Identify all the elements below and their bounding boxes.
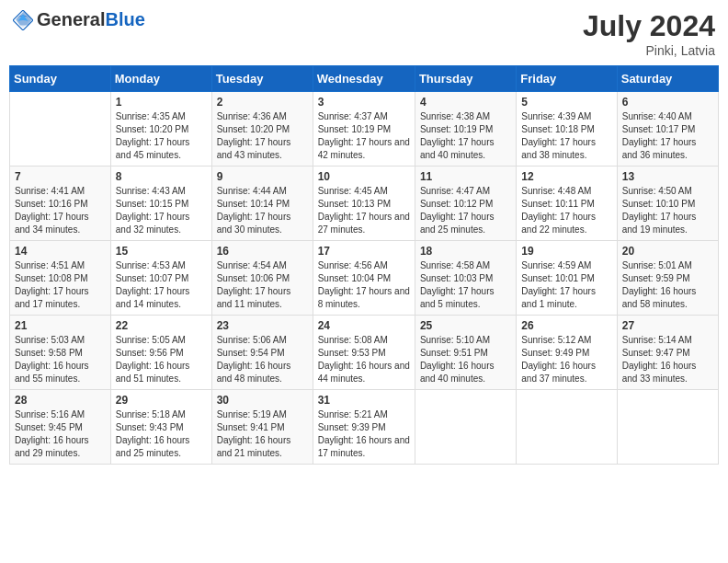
calendar-cell: [415, 390, 516, 465]
calendar-table: Sunday Monday Tuesday Wednesday Thursday…: [9, 65, 719, 465]
calendar-cell: 17Sunrise: 4:56 AMSunset: 10:04 PMDaylig…: [313, 241, 415, 316]
day-info: Sunrise: 4:47 AMSunset: 10:12 PMDaylight…: [420, 185, 511, 236]
calendar-cell: 26Sunrise: 5:12 AMSunset: 9:49 PMDayligh…: [517, 316, 617, 390]
day-info: Sunrise: 5:01 AMSunset: 9:59 PMDaylight:…: [622, 259, 713, 311]
calendar-cell: 13Sunrise: 4:50 AMSunset: 10:10 PMDaylig…: [617, 167, 718, 241]
day-info: Sunrise: 4:58 AMSunset: 10:03 PMDaylight…: [420, 259, 511, 311]
calendar-week-row: 21Sunrise: 5:03 AMSunset: 9:58 PMDayligh…: [10, 316, 719, 390]
day-info: Sunrise: 5:08 AMSunset: 9:53 PMDaylight:…: [318, 334, 410, 385]
day-info: Sunrise: 4:56 AMSunset: 10:04 PMDaylight…: [318, 259, 410, 311]
day-info: Sunrise: 5:10 AMSunset: 9:51 PMDaylight:…: [420, 334, 511, 385]
header-friday: Friday: [517, 66, 617, 92]
calendar-cell: 23Sunrise: 5:06 AMSunset: 9:54 PMDayligh…: [211, 316, 313, 390]
day-number: 2: [217, 96, 308, 109]
day-number: 22: [116, 319, 207, 332]
header-thursday: Thursday: [415, 66, 516, 92]
title-block: July 2024 Pinki, Latvia: [583, 9, 715, 58]
day-number: 17: [318, 245, 410, 258]
calendar-cell: 21Sunrise: 5:03 AMSunset: 9:58 PMDayligh…: [10, 316, 111, 390]
calendar-cell: 15Sunrise: 4:53 AMSunset: 10:07 PMDaylig…: [110, 241, 211, 316]
calendar-cell: 27Sunrise: 5:14 AMSunset: 9:47 PMDayligh…: [617, 316, 718, 390]
day-info: Sunrise: 4:39 AMSunset: 10:18 PMDaylight…: [521, 110, 611, 162]
calendar-cell: 28Sunrise: 5:16 AMSunset: 9:45 PMDayligh…: [10, 390, 111, 465]
calendar-cell: 11Sunrise: 4:47 AMSunset: 10:12 PMDaylig…: [415, 167, 516, 241]
day-number: 3: [318, 96, 410, 109]
month-year: July 2024: [583, 9, 715, 43]
day-info: Sunrise: 4:59 AMSunset: 10:01 PMDaylight…: [521, 259, 611, 311]
header-sunday: Sunday: [10, 66, 111, 92]
calendar-cell: 18Sunrise: 4:58 AMSunset: 10:03 PMDaylig…: [415, 241, 516, 316]
day-number: 28: [15, 394, 106, 407]
day-number: 1: [116, 96, 207, 109]
day-number: 31: [318, 394, 410, 407]
day-number: 15: [116, 245, 207, 258]
day-info: Sunrise: 4:40 AMSunset: 10:17 PMDaylight…: [622, 110, 713, 162]
weekday-header-row: Sunday Monday Tuesday Wednesday Thursday…: [10, 66, 719, 92]
location: Pinki, Latvia: [583, 43, 715, 58]
header-monday: Monday: [110, 66, 211, 92]
calendar-cell: 8Sunrise: 4:43 AMSunset: 10:15 PMDayligh…: [110, 167, 211, 241]
calendar-cell: 22Sunrise: 5:05 AMSunset: 9:56 PMDayligh…: [110, 316, 211, 390]
day-number: 7: [15, 170, 106, 183]
calendar-cell: 2Sunrise: 4:36 AMSunset: 10:20 PMDayligh…: [211, 92, 313, 167]
day-info: Sunrise: 4:37 AMSunset: 10:19 PMDaylight…: [318, 110, 410, 162]
day-number: 18: [420, 245, 511, 258]
day-number: 13: [622, 170, 713, 183]
calendar-week-row: 7Sunrise: 4:41 AMSunset: 10:16 PMDayligh…: [10, 167, 719, 241]
calendar-cell: 16Sunrise: 4:54 AMSunset: 10:06 PMDaylig…: [211, 241, 313, 316]
day-info: Sunrise: 5:18 AMSunset: 9:43 PMDaylight:…: [116, 408, 207, 460]
calendar-cell: 30Sunrise: 5:19 AMSunset: 9:41 PMDayligh…: [211, 390, 313, 465]
logo-general: General: [37, 9, 105, 29]
calendar-cell: 29Sunrise: 5:18 AMSunset: 9:43 PMDayligh…: [110, 390, 211, 465]
day-info: Sunrise: 4:50 AMSunset: 10:10 PMDaylight…: [622, 185, 713, 236]
calendar-cell: 20Sunrise: 5:01 AMSunset: 9:59 PMDayligh…: [617, 241, 718, 316]
day-number: 14: [15, 245, 106, 258]
calendar-cell: [617, 390, 718, 465]
day-number: 10: [318, 170, 410, 183]
day-info: Sunrise: 5:06 AMSunset: 9:54 PMDaylight:…: [217, 334, 308, 385]
day-number: 23: [217, 319, 308, 332]
day-number: 8: [116, 170, 207, 183]
day-number: 21: [15, 319, 106, 332]
logo-icon: [13, 10, 33, 30]
calendar-cell: 6Sunrise: 4:40 AMSunset: 10:17 PMDayligh…: [617, 92, 718, 167]
day-number: 19: [521, 245, 611, 258]
header-tuesday: Tuesday: [211, 66, 313, 92]
day-info: Sunrise: 4:35 AMSunset: 10:20 PMDaylight…: [116, 110, 207, 162]
day-info: Sunrise: 4:48 AMSunset: 10:11 PMDaylight…: [521, 185, 611, 236]
calendar-cell: 24Sunrise: 5:08 AMSunset: 9:53 PMDayligh…: [313, 316, 415, 390]
calendar-cell: 9Sunrise: 4:44 AMSunset: 10:14 PMDayligh…: [211, 167, 313, 241]
calendar-cell: 14Sunrise: 4:51 AMSunset: 10:08 PMDaylig…: [10, 241, 111, 316]
day-number: 5: [521, 96, 611, 109]
day-number: 16: [217, 245, 308, 258]
day-info: Sunrise: 4:43 AMSunset: 10:15 PMDaylight…: [116, 185, 207, 236]
day-number: 11: [420, 170, 511, 183]
calendar-week-row: 1Sunrise: 4:35 AMSunset: 10:20 PMDayligh…: [10, 92, 719, 167]
day-number: 20: [622, 245, 713, 258]
calendar-cell: 25Sunrise: 5:10 AMSunset: 9:51 PMDayligh…: [415, 316, 516, 390]
calendar-week-row: 28Sunrise: 5:16 AMSunset: 9:45 PMDayligh…: [10, 390, 719, 465]
calendar-cell: [517, 390, 617, 465]
calendar-cell: 7Sunrise: 4:41 AMSunset: 10:16 PMDayligh…: [10, 167, 111, 241]
calendar-cell: 19Sunrise: 4:59 AMSunset: 10:01 PMDaylig…: [517, 241, 617, 316]
day-number: 25: [420, 319, 511, 332]
day-info: Sunrise: 5:03 AMSunset: 9:58 PMDaylight:…: [15, 334, 106, 385]
day-number: 9: [217, 170, 308, 183]
calendar-cell: 10Sunrise: 4:45 AMSunset: 10:13 PMDaylig…: [313, 167, 415, 241]
day-info: Sunrise: 4:53 AMSunset: 10:07 PMDaylight…: [116, 259, 207, 311]
day-info: Sunrise: 4:41 AMSunset: 10:16 PMDaylight…: [15, 185, 106, 236]
day-number: 30: [217, 394, 308, 407]
day-info: Sunrise: 4:36 AMSunset: 10:20 PMDaylight…: [217, 110, 308, 162]
page-container: GeneralBlue July 2024 Pinki, Latvia Sund…: [9, 9, 719, 465]
day-number: 26: [521, 319, 611, 332]
day-number: 27: [622, 319, 713, 332]
day-info: Sunrise: 4:51 AMSunset: 10:08 PMDaylight…: [15, 259, 106, 311]
day-number: 6: [622, 96, 713, 109]
logo-blue: Blue: [105, 9, 144, 29]
calendar-cell: 4Sunrise: 4:38 AMSunset: 10:19 PMDayligh…: [415, 92, 516, 167]
header: GeneralBlue July 2024 Pinki, Latvia: [9, 9, 719, 58]
calendar-cell: 12Sunrise: 4:48 AMSunset: 10:11 PMDaylig…: [517, 167, 617, 241]
logo: GeneralBlue: [13, 9, 145, 30]
day-info: Sunrise: 5:21 AMSunset: 9:39 PMDaylight:…: [318, 408, 410, 460]
day-number: 4: [420, 96, 511, 109]
